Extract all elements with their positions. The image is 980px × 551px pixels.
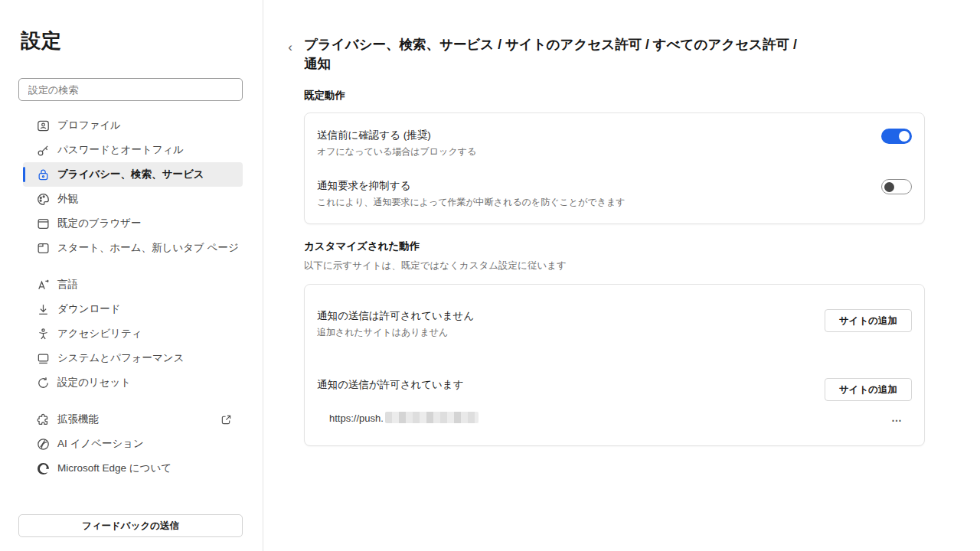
- sidebar-item-profiles[interactable]: プロファイル: [23, 113, 243, 138]
- breadcrumb-line-1: プライバシー、検索、サービス / サイトのアクセス許可 / すべてのアクセス許可…: [304, 35, 925, 54]
- add-site-button-allow[interactable]: サイトの追加: [825, 378, 912, 401]
- sidebar-item-about-edge[interactable]: Microsoft Edge について: [23, 456, 243, 481]
- sidebar-item-appearance[interactable]: 外観: [23, 187, 243, 211]
- sidebar-item-privacy[interactable]: プライバシー、検索、サービス: [23, 162, 243, 187]
- lock-icon: [37, 168, 50, 181]
- url-prefix: https://push.: [329, 412, 384, 424]
- key-icon: [37, 144, 50, 157]
- page-title: プライバシー、検索、サービス / サイトのアクセス許可 / すべてのアクセス許可…: [304, 35, 925, 73]
- row-subtitle: 追加されたサイトはありません: [317, 327, 474, 338]
- sidebar-item-label: 設定のリセット: [57, 376, 131, 390]
- sidebar-item-label: AI イノベーション: [57, 437, 144, 451]
- breadcrumb-line-2: 通知: [304, 54, 925, 73]
- allowed-site-item: https://push. …: [329, 412, 912, 424]
- accessibility-icon: [37, 328, 50, 341]
- ask-before-sending-toggle[interactable]: [881, 129, 912, 144]
- language-icon: [37, 279, 50, 292]
- sidebar-item-passwords[interactable]: パスワードとオートフィル: [23, 138, 243, 162]
- add-site-button-block[interactable]: サイトの追加: [825, 309, 912, 332]
- more-actions-icon[interactable]: …: [891, 414, 903, 422]
- blocked-sites-row: 通知の送信は許可されていません 追加されたサイトはありません サイトの追加: [317, 309, 912, 338]
- sidebar-item-label: プライバシー、検索、サービス: [57, 168, 204, 181]
- allowed-sites-row: 通知の送信が許可されています サイトの追加: [317, 378, 912, 401]
- nav-group-3: 拡張機能 AI イノベーション Microsoft Edge について: [23, 407, 243, 481]
- sidebar-item-label: パスワードとオートフィル: [57, 143, 184, 157]
- row-subtitle: これにより、通知要求によって作業が中断されるのを防ぐことができます: [317, 197, 625, 208]
- default-behavior-card: 送信前に確認する (推奨) オフになっている場合はブロックする 通知要求を抑制す…: [304, 112, 925, 224]
- row-title: 送信前に確認する (推奨): [317, 129, 476, 142]
- quiet-notification-row: 通知要求を抑制する これにより、通知要求によって作業が中断されるのを防ぐことがで…: [317, 179, 912, 208]
- sidebar-item-system[interactable]: システムとパフォーマンス: [23, 346, 243, 370]
- sidebar-item-label: スタート、ホーム、新しいタブ ページ: [57, 241, 239, 255]
- customized-behaviors-card: 通知の送信は許可されていません 追加されたサイトはありません サイトの追加 通知…: [304, 284, 925, 446]
- system-icon: [37, 352, 50, 365]
- sidebar-item-downloads[interactable]: ダウンロード: [23, 297, 243, 321]
- sidebar-item-label: 拡張機能: [57, 412, 99, 426]
- sidebar-item-label: 外観: [57, 192, 78, 206]
- default-behavior-header: 既定動作: [304, 89, 925, 103]
- settings-nav: プロファイル パスワードとオートフィル プライバシー、検索、サービス 外観: [23, 113, 243, 493]
- sidebar-item-reset-settings[interactable]: 設定のリセット: [23, 370, 243, 395]
- url-redacted-blur: [385, 412, 479, 423]
- nav-group-1: プロファイル パスワードとオートフィル プライバシー、検索、サービス 外観: [23, 113, 243, 260]
- nav-group-2: 言語 ダウンロード アクセシビリティ システムとパフォーマンス: [23, 272, 243, 395]
- row-title: 通知要求を抑制する: [317, 179, 625, 192]
- tab-page-icon: [37, 242, 50, 255]
- customized-behaviors-subtitle: 以下に示すサイトは、既定ではなくカスタム設定に従います: [304, 259, 925, 272]
- customized-behaviors-header: カスタマイズされた動作: [304, 240, 925, 253]
- settings-main-pane: ‹ プライバシー、検索、サービス / サイトのアクセス許可 / すべてのアクセス…: [264, 0, 980, 551]
- settings-sidebar: 設定 プロファイル パスワードとオートフィル プライバシー、検索、サービス: [0, 0, 263, 551]
- row-title: 通知の送信が許可されています: [317, 378, 464, 391]
- search-input[interactable]: [18, 78, 243, 101]
- extensions-icon: [37, 413, 50, 426]
- sidebar-item-label: アクセシビリティ: [57, 327, 142, 341]
- row-title: 通知の送信は許可されていません: [317, 309, 474, 322]
- sidebar-item-default-browser[interactable]: 既定のブラウザー: [23, 211, 243, 236]
- open-external-icon: [220, 414, 232, 425]
- sidebar-item-extensions[interactable]: 拡張機能: [23, 407, 243, 432]
- send-feedback-button[interactable]: フィードバックの送信: [18, 514, 243, 537]
- profile-icon: [37, 119, 50, 132]
- row-text: 通知要求を抑制する これにより、通知要求によって作業が中断されるのを防ぐことがで…: [317, 179, 625, 208]
- sidebar-item-accessibility[interactable]: アクセシビリティ: [23, 321, 243, 346]
- row-text: 送信前に確認する (推奨) オフになっている場合はブロックする: [317, 129, 476, 158]
- sidebar-item-label: プロファイル: [57, 119, 121, 132]
- sidebar-title: 設定: [21, 28, 62, 54]
- reset-icon: [37, 377, 50, 390]
- ask-before-sending-row: 送信前に確認する (推奨) オフになっている場合はブロックする: [317, 129, 912, 158]
- sidebar-item-languages[interactable]: 言語: [23, 272, 243, 297]
- row-text: 通知の送信は許可されていません 追加されたサイトはありません: [317, 309, 474, 338]
- palette-icon: [37, 193, 50, 206]
- browser-icon: [37, 217, 50, 230]
- sidebar-item-label: 既定のブラウザー: [57, 217, 142, 230]
- download-icon: [37, 303, 50, 316]
- sidebar-item-ai-innovations[interactable]: AI イノベーション: [23, 432, 243, 456]
- sidebar-item-label: Microsoft Edge について: [57, 461, 172, 475]
- allowed-site-url: https://push.: [329, 412, 479, 424]
- sidebar-item-label: システムとパフォーマンス: [57, 351, 184, 365]
- row-subtitle: オフになっている場合はブロックする: [317, 146, 476, 158]
- edge-logo-icon: [37, 462, 50, 475]
- sidebar-item-start-home-newtab[interactable]: スタート、ホーム、新しいタブ ページ: [23, 236, 243, 260]
- quiet-notification-toggle[interactable]: [881, 179, 912, 194]
- sidebar-item-label: 言語: [57, 278, 78, 292]
- sidebar-item-label: ダウンロード: [57, 302, 121, 316]
- back-chevron-icon[interactable]: ‹: [284, 41, 296, 54]
- ai-icon: [37, 438, 50, 451]
